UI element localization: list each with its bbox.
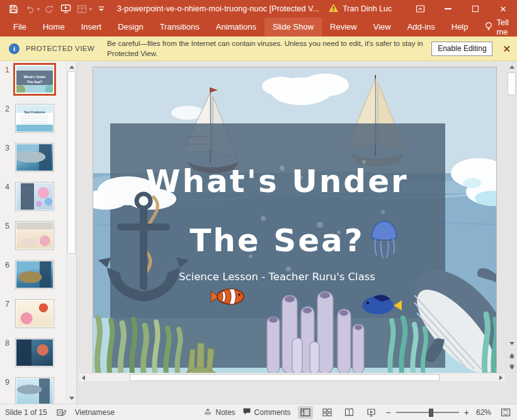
zoom-out-icon[interactable]: − (386, 408, 391, 417)
quick-access-toolbar: ▾ ▾ (0, 2, 108, 16)
thumbnail-image[interactable] (15, 377, 54, 404)
thumbnail-image[interactable] (15, 143, 54, 172)
spell-check-icon[interactable] (56, 407, 66, 417)
thumbnail-number: 2 (0, 104, 15, 133)
thumbnail-image[interactable] (15, 338, 54, 367)
thumbnail-art (16, 378, 53, 404)
tab-animations[interactable]: Animations (208, 18, 264, 37)
notes-toggle[interactable]: Notes (203, 407, 235, 417)
undo-icon[interactable] (23, 2, 37, 16)
tab-review[interactable]: Review (322, 18, 365, 37)
scrollbar-thumb[interactable] (508, 72, 516, 95)
thumbnail-art (16, 339, 53, 366)
thumbnail-panel-scrollbar[interactable] (66, 61, 76, 404)
tab-slide-show[interactable]: Slide Show (264, 18, 322, 37)
protected-view-label: PROTECTED VIEW (26, 45, 94, 52)
thumbnail-number: 3 (0, 143, 15, 172)
save-icon[interactable] (6, 2, 20, 16)
thumbnail-number: 4 (0, 182, 15, 211)
layout-dropdown-icon[interactable]: ▾ (89, 6, 92, 12)
zoom-slider-thumb[interactable] (429, 409, 433, 417)
titlebar: ▾ ▾ 3-powerpoint-ve-o-nhiem-moi-truong-n… (0, 0, 517, 18)
minimize-button[interactable] (434, 0, 462, 18)
zoom-controls: − + (386, 408, 469, 417)
thumbnail-art (16, 261, 53, 288)
scroll-left-icon[interactable] (79, 373, 88, 382)
thumbnail-image[interactable] (15, 260, 54, 289)
account[interactable]: Tran Dinh Luc (328, 3, 392, 14)
thumbnail-image[interactable]: What's Under The Sea? (15, 65, 54, 94)
comments-toggle[interactable]: Comments (242, 407, 291, 417)
maximize-button[interactable] (462, 0, 489, 18)
close-button[interactable]: × (489, 0, 517, 18)
scroll-up-icon[interactable] (508, 62, 516, 71)
start-slideshow-icon[interactable] (59, 2, 72, 16)
scroll-down-icon[interactable] (67, 394, 76, 402)
horizontal-scrollbar[interactable] (78, 373, 506, 382)
slide-thumbnail-5[interactable]: 5 (0, 221, 65, 250)
thumbnail-number: 8 (0, 338, 15, 367)
enable-editing-button[interactable]: Enable Editing (431, 42, 492, 56)
slideshow-view-button[interactable] (364, 406, 379, 419)
slide-editing-area: What's Under The Sea? Science Lesson - T… (77, 61, 517, 404)
slide-thumbnail-9[interactable]: 9 (0, 377, 65, 404)
scroll-up-icon[interactable] (67, 62, 76, 71)
tab-insert[interactable]: Insert (73, 18, 110, 37)
scroll-right-icon[interactable] (496, 373, 505, 382)
zoom-slider[interactable] (396, 408, 459, 417)
thumbnail-image[interactable] (15, 299, 54, 328)
tab-home[interactable]: Home (35, 18, 73, 37)
slide-thumbnail-2[interactable]: 2Sea Creatures (0, 104, 65, 133)
zoom-level[interactable]: 62% (476, 408, 491, 417)
slide-thumbnail-panel: 1What's Under The Sea?2Sea Creatures3456… (0, 61, 77, 404)
thumbnail-art: What's Under The Sea? (16, 66, 53, 93)
thumbnail-number: 5 (0, 221, 15, 250)
tab-transitions[interactable]: Transitions (152, 18, 208, 37)
scroll-down-icon[interactable] (508, 339, 516, 348)
slide-thumbnail-8[interactable]: 8 (0, 338, 65, 367)
status-bar: Slide 1 of 15 Vietnamese Notes Comments (0, 404, 517, 420)
zoom-in-icon[interactable]: + (464, 408, 469, 417)
fit-slide-to-window-icon[interactable] (498, 406, 513, 419)
slide-thumbnail-6[interactable]: 6 (0, 260, 65, 289)
slide-subtitle: Science Lesson - Teacher Ruru's Class (179, 271, 375, 283)
ribbon-display-options-icon[interactable] (406, 0, 434, 18)
lightbulb-icon (484, 21, 493, 33)
protected-view-message: Be careful—files from the Internet can c… (107, 38, 431, 58)
dismiss-bar-icon[interactable]: ✕ (503, 44, 511, 54)
thumbnail-text-lines (21, 114, 48, 125)
window-controls: × (406, 0, 517, 18)
thumbnail-image[interactable]: Sea Creatures (15, 104, 54, 133)
previous-slide-button[interactable] (508, 351, 516, 360)
slide-thumbnail-3[interactable]: 3 (0, 143, 65, 172)
tab-view[interactable]: View (365, 18, 399, 37)
reading-view-button[interactable] (342, 406, 357, 419)
redo-icon[interactable] (42, 2, 56, 16)
scrollbar-thumb[interactable] (67, 71, 76, 254)
normal-view-button[interactable] (298, 406, 313, 419)
powerpoint-window: ▾ ▾ 3-powerpoint-ve-o-nhiem-moi-truong-n… (0, 0, 517, 420)
next-slide-button[interactable] (508, 363, 516, 372)
slide-artwork: What's Under The Sea? Science Lesson - T… (93, 67, 496, 373)
customize-qat-icon[interactable] (94, 2, 108, 16)
slide-layout-icon[interactable] (75, 2, 89, 16)
workspace: 1What's Under The Sea?2Sea Creatures3456… (0, 61, 517, 404)
thumbnail-image[interactable] (15, 221, 54, 250)
tab-add-ins[interactable]: Add-ins (399, 18, 443, 37)
tab-file[interactable]: File (5, 18, 35, 37)
tab-design[interactable]: Design (110, 18, 151, 37)
tab-help[interactable]: Help (443, 18, 477, 37)
tab-tell-me[interactable]: Tell me (477, 18, 517, 37)
language-status[interactable]: Vietnamese (75, 408, 115, 417)
slide-thumbnail-1[interactable]: 1What's Under The Sea? (0, 65, 65, 94)
slide-thumbnail-4[interactable]: 4 (0, 182, 65, 211)
thumbnail-caption: What's Under The Sea? (16, 66, 53, 93)
scrollbar-thumb[interactable] (130, 374, 440, 381)
slide-canvas[interactable]: What's Under The Sea? Science Lesson - T… (93, 67, 496, 373)
undo-dropdown-icon[interactable]: ▾ (37, 6, 40, 12)
thumbnail-art (16, 222, 53, 249)
slide-thumbnail-7[interactable]: 7 (0, 299, 65, 328)
thumbnail-image[interactable] (15, 182, 54, 211)
slide-sorter-view-button[interactable] (320, 406, 335, 419)
info-icon: i (9, 43, 20, 54)
